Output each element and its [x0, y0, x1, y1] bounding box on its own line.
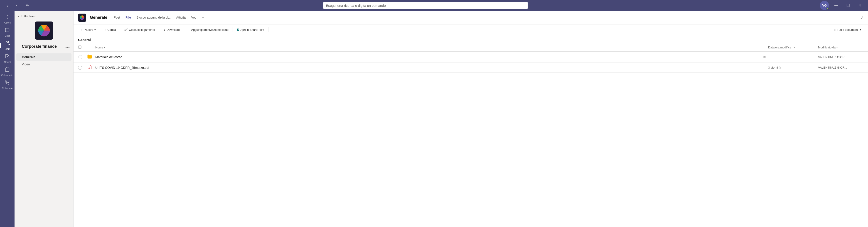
sidebar-label-chat: Chat — [4, 34, 10, 37]
chiamate-icon — [5, 80, 10, 86]
team-header: Corporate finance ••• — [14, 42, 73, 52]
header-name[interactable]: Nome ▾ — [95, 46, 768, 49]
azioni-icon — [5, 14, 10, 21]
new-button[interactable]: + + Nuovo ▾ — [78, 27, 98, 33]
team-pie-chart — [37, 23, 51, 38]
copy-link-button[interactable]: Copia collegamento — [122, 27, 157, 33]
check-circle-2 — [78, 66, 82, 70]
sidebar-icons: Azioni Chat Team — [0, 11, 14, 227]
sidebar-item-chiamate[interactable]: Chiamate — [0, 78, 14, 91]
svg-rect-10 — [79, 46, 81, 48]
close-button[interactable]: ✕ — [855, 2, 864, 9]
sharepoint-icon: S — [237, 28, 239, 32]
team-more-button[interactable]: ••• — [65, 45, 70, 50]
avatar-status — [827, 7, 829, 10]
calendario-icon — [5, 67, 10, 73]
sidebar-item-calendario[interactable]: Calendario — [0, 65, 14, 78]
svg-point-1 — [7, 17, 8, 17]
team-panel: ‹ Tutti i team — [14, 11, 73, 227]
channel-item-video[interactable]: Video — [16, 61, 71, 68]
sidebar-item-azioni[interactable]: Azioni — [0, 13, 14, 26]
copy-link-label: Copia collegamento — [129, 28, 155, 32]
add-cloud-button[interactable]: + Aggiungi archiviazione cloud — [186, 27, 231, 33]
row-check-2[interactable] — [78, 66, 87, 70]
file-name-1: Materiale del corso — [95, 55, 761, 59]
file-more-button-1[interactable]: ••• — [761, 53, 768, 61]
nav-forward-button[interactable]: › — [13, 2, 20, 9]
svg-text:PDF: PDF — [89, 68, 91, 69]
team-icon — [5, 41, 10, 47]
nav-buttons: ‹ › — [4, 2, 20, 9]
sidebar-label-team: Team — [4, 47, 10, 50]
sidebar-label-calendario: Calendario — [1, 74, 13, 76]
folder-icon — [87, 54, 95, 60]
tab-file[interactable]: File — [123, 11, 134, 24]
svg-point-3 — [6, 41, 7, 43]
toolbar-sep-3 — [159, 27, 159, 32]
back-to-teams-button[interactable]: ‹ Tutti i team — [14, 11, 73, 20]
tab-blocco[interactable]: Blocco appunti della cl... — [134, 11, 174, 24]
sidebar-label-attivita: Attività — [3, 61, 11, 63]
pdf-icon: PDF — [87, 65, 95, 71]
breadcrumb: General — [73, 35, 868, 43]
attivita-icon — [5, 54, 10, 60]
download-label: Download — [166, 28, 180, 32]
toolbar-sep-2 — [120, 27, 120, 32]
sharepoint-button[interactable]: S Apri in SharePoint — [235, 27, 267, 33]
all-docs-label: Tutti i documenti — [837, 28, 859, 32]
channel-tabs: Post File Blocco appunti della cl... Att… — [111, 11, 857, 24]
header-date[interactable]: Data/ora modifica ↓ ▾ — [768, 46, 818, 49]
channel-list: Generale Video — [14, 52, 73, 69]
name-sort-icon: ▾ — [104, 46, 105, 49]
row-check-1[interactable] — [78, 55, 87, 59]
upload-button[interactable]: ↑ Carica — [102, 26, 118, 33]
modified-sort-icon: ▾ — [836, 46, 838, 49]
avatar[interactable]: VG — [820, 1, 829, 10]
content-area: Generale Post File Blocco appunti della … — [73, 11, 868, 227]
table-row[interactable]: Materiale del corso ••• VALENTINUZ GIOR.… — [73, 51, 868, 63]
sidebar-item-chat[interactable]: Chat — [0, 26, 14, 39]
sidebar-item-team[interactable]: Team — [0, 39, 14, 52]
upload-label: Carica — [107, 28, 116, 32]
table-row[interactable]: PDF UniTS COVID-19 GDPR_25marzo.pdf 3 gi… — [73, 63, 868, 73]
add-cloud-label: Aggiungi archiviazione cloud — [191, 28, 228, 32]
team-logo — [35, 22, 53, 40]
channel-pie-icon — [80, 15, 85, 21]
check-circle-1 — [78, 55, 82, 59]
toolbar-sep-6 — [268, 27, 269, 32]
minimize-button[interactable]: — — [832, 2, 841, 9]
file-date-2: 3 giorni fa — [768, 66, 818, 69]
upload-icon: ↑ — [104, 28, 106, 32]
main-layout: Azioni Chat Team — [0, 11, 868, 227]
svg-point-2 — [7, 18, 8, 19]
add-cloud-icon: + — [188, 28, 190, 32]
search-bar[interactable]: Esegui una ricerca o digita un comando — [323, 2, 528, 9]
file-table-header: Nome ▾ Data/ora modifica ↓ ▾ Modificato … — [73, 43, 868, 51]
new-icon: + — [80, 28, 82, 32]
all-docs-button[interactable]: ≡ Tutti i documenti ▾ — [832, 27, 864, 33]
team-logo-container — [14, 20, 73, 42]
download-button[interactable]: ↓ Download — [161, 26, 182, 33]
toolbar-sep-1 — [100, 27, 100, 32]
nav-back-button[interactable]: ‹ — [4, 2, 11, 9]
tab-attivita[interactable]: Attività — [174, 11, 188, 24]
header-modified[interactable]: Modificato da ▾ — [818, 46, 864, 49]
tab-add-button[interactable]: + — [199, 11, 207, 24]
header-check — [78, 45, 87, 49]
file-modified-1: VALENTINUZ GIOR... — [818, 55, 864, 59]
toolbar-sep-5 — [232, 27, 233, 32]
tab-post[interactable]: Post — [111, 11, 123, 24]
sidebar-item-attivita[interactable]: Attività — [0, 52, 14, 65]
all-docs-arrow-icon: ▾ — [860, 28, 861, 31]
tab-voti[interactable]: Voti — [188, 11, 199, 24]
copy-link-icon — [124, 28, 127, 32]
channel-header: Generale Post File Blocco appunti della … — [73, 11, 868, 25]
file-name-2: UniTS COVID-19 GDPR_25marzo.pdf — [95, 66, 761, 70]
restore-button[interactable]: ❐ — [843, 2, 852, 9]
new-arrow-icon: ▾ — [94, 28, 96, 31]
compose-button[interactable]: ✏ — [24, 2, 31, 9]
channel-item-generale[interactable]: Generale — [16, 53, 71, 61]
channel-title: Generale — [90, 15, 107, 20]
back-label: Tutti i team — [21, 14, 35, 18]
expand-button[interactable]: ⤢ — [861, 15, 864, 20]
